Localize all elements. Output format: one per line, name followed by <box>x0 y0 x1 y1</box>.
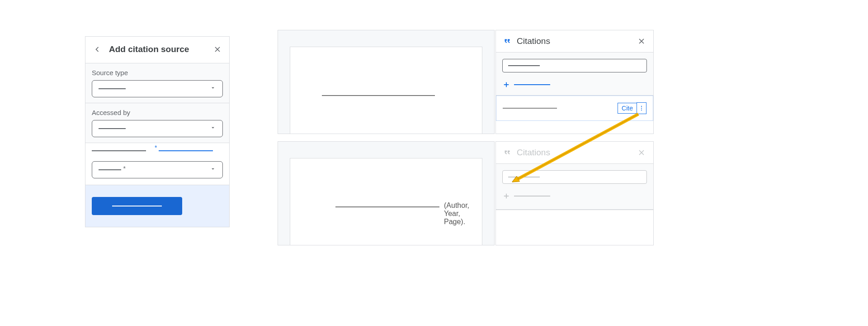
close-icon[interactable] <box>636 147 647 158</box>
citations-body <box>496 164 653 210</box>
chevron-down-icon <box>210 166 216 174</box>
entry-actions: Cite <box>618 102 646 114</box>
chevron-down-icon <box>210 125 216 133</box>
quote-icon <box>502 36 512 46</box>
source-type-section: Source type <box>85 63 229 103</box>
fields-section <box>85 143 229 185</box>
document-page[interactable]: (Author, Year, Page). <box>290 158 482 245</box>
citations-header: Citations <box>496 30 653 53</box>
svg-point-0 <box>641 106 642 107</box>
panel-footer <box>85 185 229 227</box>
select-value-placeholder <box>99 88 126 89</box>
citations-panel: Citations Cite <box>495 30 654 134</box>
text-line-placeholder <box>335 206 439 207</box>
submit-button[interactable] <box>92 197 182 215</box>
text-line-placeholder <box>322 95 435 96</box>
citation-format-select[interactable] <box>502 170 647 184</box>
detail-select[interactable] <box>92 161 223 178</box>
document-canvas: (Author, Year, Page). <box>278 141 495 245</box>
back-arrow-icon[interactable] <box>92 44 103 55</box>
more-options-button[interactable] <box>637 102 646 114</box>
entry-title-placeholder <box>503 108 557 109</box>
chevron-down-icon <box>210 85 216 93</box>
text-input[interactable] <box>92 150 146 151</box>
document-canvas <box>278 30 495 134</box>
panel-title: Add citation source <box>109 44 206 54</box>
add-source-label-placeholder <box>514 196 550 197</box>
accessed-by-select[interactable] <box>92 120 223 137</box>
button-label-placeholder <box>112 206 162 206</box>
add-source-button[interactable] <box>502 192 647 200</box>
source-type-select[interactable] <box>92 80 223 97</box>
source-type-label: Source type <box>92 69 223 77</box>
accessed-by-label: Accessed by <box>92 109 223 116</box>
close-icon[interactable] <box>636 36 647 47</box>
svg-point-2 <box>641 110 642 110</box>
divider <box>496 209 653 210</box>
inserted-citation-text: (Author, Year, Page). <box>444 201 482 226</box>
quote-icon <box>502 148 512 158</box>
citations-title: Citations <box>517 36 632 46</box>
cite-button[interactable]: Cite <box>618 103 637 114</box>
select-value-placeholder <box>99 128 126 129</box>
citation-entry: Cite <box>496 96 653 121</box>
select-value-placeholder <box>508 65 540 66</box>
add-source-button[interactable] <box>502 81 647 89</box>
add-citation-panel: Add citation source Source type Accessed… <box>85 36 230 227</box>
accessed-by-section: Accessed by <box>85 103 229 143</box>
citations-body <box>496 53 653 96</box>
citations-panel-faded: Citations <box>495 141 654 245</box>
add-source-label-placeholder <box>514 84 550 85</box>
document-page[interactable] <box>290 47 482 134</box>
required-text-input[interactable] <box>159 150 213 151</box>
citations-header: Citations <box>496 142 653 164</box>
citations-title: Citations <box>517 148 632 158</box>
select-value-placeholder <box>508 177 540 177</box>
panel-header: Add citation source <box>85 37 229 63</box>
input-row <box>92 150 223 151</box>
citation-format-select[interactable] <box>502 59 647 72</box>
close-icon[interactable] <box>212 44 223 55</box>
svg-point-1 <box>641 108 642 109</box>
select-value-placeholder <box>99 169 121 170</box>
